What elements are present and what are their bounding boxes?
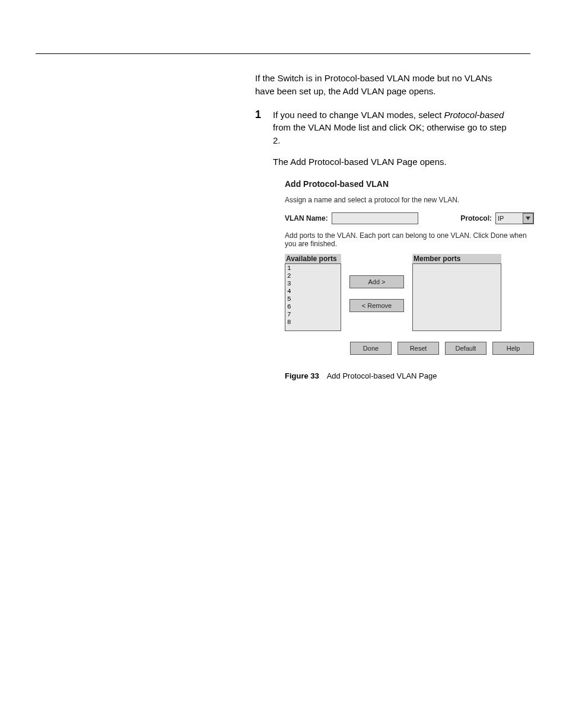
protocol-select[interactable]: IP bbox=[495, 212, 534, 224]
list-item[interactable]: 5 bbox=[287, 295, 339, 303]
available-ports-listbox[interactable]: 12345678 bbox=[285, 263, 341, 331]
help-button[interactable]: Help bbox=[492, 342, 534, 355]
done-button[interactable]: Done bbox=[350, 342, 392, 355]
list-item[interactable]: 2 bbox=[287, 272, 339, 280]
step-1-text-b: from the VLAN Mode list and click OK; ot… bbox=[273, 122, 507, 145]
step-1-text-a: If you need to change VLAN modes, select bbox=[273, 110, 444, 120]
reset-button[interactable]: Reset bbox=[398, 342, 439, 355]
available-ports-header: Available ports bbox=[285, 254, 341, 263]
svg-marker-0 bbox=[526, 217, 530, 220]
header-divider bbox=[36, 53, 530, 54]
list-item[interactable]: 6 bbox=[287, 303, 339, 311]
add-port-button[interactable]: Add > bbox=[349, 275, 404, 288]
member-ports-listbox[interactable] bbox=[412, 263, 501, 331]
step-1-number: 1 bbox=[255, 109, 273, 169]
remove-port-button[interactable]: < Remove bbox=[349, 299, 404, 312]
step-1: 1 If you need to change VLAN modes, sele… bbox=[255, 109, 516, 169]
figure-number: Figure 33 bbox=[285, 371, 319, 380]
figure-caption: Figure 33 Add Protocol-based VLAN Page bbox=[285, 371, 530, 380]
intro-text: If the Switch is in Protocol-based VLAN … bbox=[255, 72, 504, 98]
protocol-label: Protocol: bbox=[460, 214, 492, 222]
step-1-em: Protocol-based bbox=[444, 110, 504, 120]
dialog-desc: Assign a name and select a protocol for … bbox=[285, 196, 534, 204]
list-item[interactable]: 3 bbox=[287, 280, 339, 288]
vlan-name-input[interactable] bbox=[332, 212, 418, 224]
chevron-down-icon[interactable] bbox=[523, 213, 533, 224]
vlan-name-label: VLAN Name: bbox=[285, 214, 328, 222]
list-item[interactable]: 1 bbox=[287, 265, 339, 272]
protocol-value: IP bbox=[498, 215, 504, 222]
step-1-text-2: The Add Protocol-based VLAN Page opens. bbox=[273, 157, 447, 167]
member-ports-header: Member ports bbox=[412, 254, 501, 263]
figure-text: Add Protocol-based VLAN Page bbox=[327, 371, 437, 380]
list-item[interactable]: 8 bbox=[287, 319, 339, 326]
list-item[interactable]: 4 bbox=[287, 288, 339, 295]
dialog-title: Add Protocol-based VLAN bbox=[285, 179, 534, 189]
add-vlan-dialog: Add Protocol-based VLAN Assign a name an… bbox=[285, 179, 534, 355]
list-item[interactable]: 7 bbox=[287, 311, 339, 319]
dialog-instructions: Add ports to the VLAN. Each port can bel… bbox=[285, 231, 534, 248]
default-button[interactable]: Default bbox=[445, 342, 486, 355]
step-1-text: If you need to change VLAN modes, select… bbox=[273, 109, 516, 169]
